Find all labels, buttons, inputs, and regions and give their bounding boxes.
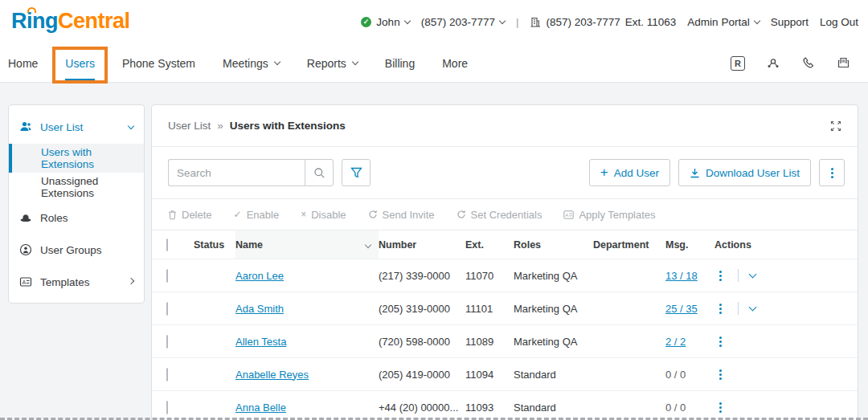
user-name-link[interactable]: Anabelle Reyes bbox=[235, 369, 309, 381]
user-number: +44 (20) 00000... bbox=[379, 402, 465, 414]
user-roles: Standard bbox=[514, 369, 593, 381]
apply-templates-action[interactable]: A Apply Templates bbox=[563, 209, 655, 221]
company-number: (857) 203-7777 Ext. 11063 bbox=[530, 16, 676, 28]
user-name: John bbox=[376, 16, 399, 28]
sidebar-label-unassigned-extensions: Unassigned Extensions bbox=[41, 175, 144, 199]
bulk-actions-toolbar: Delete ✓ Enable × Disable Send Invite Se… bbox=[152, 198, 858, 230]
user-number: (205) 319-0000 bbox=[379, 303, 465, 315]
user-name-link[interactable]: Ada Smith bbox=[235, 303, 284, 315]
templates-icon: A bbox=[19, 275, 32, 288]
set-credentials-action[interactable]: Set Credentials bbox=[457, 209, 542, 221]
nav-phone-system[interactable]: Phone System bbox=[122, 57, 195, 70]
ringcentral-app-icon[interactable]: R bbox=[731, 56, 745, 71]
user-number: (205) 419-0000 bbox=[379, 369, 465, 381]
trash-icon bbox=[168, 210, 177, 220]
user-ext: 11089 bbox=[465, 336, 514, 348]
msg-count-link[interactable]: 25 / 35 bbox=[665, 303, 698, 315]
user-ext: 11094 bbox=[465, 369, 514, 381]
disable-action[interactable]: × Disable bbox=[301, 209, 346, 221]
admin-portal-label: Admin Portal bbox=[687, 16, 749, 28]
nav-reports[interactable]: Reports bbox=[307, 57, 358, 70]
filter-button[interactable] bbox=[342, 159, 371, 186]
user-ext: 11101 bbox=[465, 303, 514, 315]
search-input[interactable] bbox=[168, 159, 305, 186]
download-user-list-button[interactable]: Download User List bbox=[678, 159, 811, 186]
sidebar-item-user-list[interactable]: User List bbox=[9, 110, 144, 144]
account-bar: John (857) 203-7777 | (857) 203-7777 Ext… bbox=[361, 0, 858, 44]
direct-number: (857) 203-7777 bbox=[421, 16, 495, 28]
sidebar-item-unassigned-extensions[interactable]: Unassigned Extensions bbox=[9, 173, 144, 202]
row-expand-chevron-icon[interactable] bbox=[749, 304, 757, 312]
msg-count-link[interactable]: 13 / 18 bbox=[665, 270, 698, 282]
table-header: Status Name Number Ext. Roles Department… bbox=[152, 230, 858, 259]
breadcrumb-parent[interactable]: User List bbox=[168, 120, 211, 132]
user-menu[interactable]: John bbox=[361, 16, 409, 28]
nav-billing[interactable]: Billing bbox=[385, 57, 415, 70]
network-icon[interactable] bbox=[766, 56, 780, 71]
nav-more[interactable]: More bbox=[442, 57, 468, 70]
row-kebab-icon[interactable] bbox=[719, 340, 722, 343]
user-name-link[interactable]: Aaron Lee bbox=[235, 270, 284, 282]
send-invite-action[interactable]: Send Invite bbox=[368, 209, 435, 221]
user-name-link[interactable]: Allen Testa bbox=[235, 336, 286, 348]
add-user-button[interactable]: + Add User bbox=[589, 159, 670, 186]
table-row: Allen Testa (720) 598-0000 11089 Marketi… bbox=[152, 324, 858, 357]
user-ext: 11093 bbox=[465, 402, 514, 414]
row-kebab-icon[interactable] bbox=[719, 275, 722, 277]
top-header: RingCentral John (857) 203-7777 | (857) … bbox=[0, 0, 868, 44]
actions-separator bbox=[738, 269, 739, 282]
user-number: (720) 598-0000 bbox=[379, 336, 465, 348]
logout-link[interactable]: Log Out bbox=[820, 16, 858, 28]
table-row: Anna Belle +44 (20) 00000... 11093 Stand… bbox=[152, 390, 858, 420]
row-kebab-icon[interactable] bbox=[719, 308, 722, 310]
sidebar-label-templates: Templates bbox=[40, 276, 90, 288]
panel-action-buttons: + Add User Download User List bbox=[589, 159, 845, 186]
controls-row: + Add User Download User List bbox=[152, 147, 858, 198]
support-link[interactable]: Support bbox=[771, 16, 809, 28]
col-department: Department bbox=[593, 239, 665, 251]
svg-text:A: A bbox=[566, 213, 569, 218]
more-options-button[interactable] bbox=[819, 159, 845, 186]
company-number-value: (857) 203-7777 bbox=[546, 16, 620, 28]
expand-button[interactable] bbox=[830, 120, 841, 132]
row-checkbox[interactable] bbox=[166, 368, 168, 381]
select-all-checkbox[interactable] bbox=[166, 239, 168, 251]
table-row: Anabelle Reyes (205) 419-0000 11094 Stan… bbox=[152, 357, 858, 390]
chevron-down-icon bbox=[403, 18, 410, 24]
search-button[interactable] bbox=[305, 159, 334, 186]
template-icon: A bbox=[563, 210, 574, 219]
col-ext: Ext. bbox=[465, 239, 514, 251]
search-group bbox=[168, 159, 334, 186]
building-icon bbox=[530, 16, 541, 28]
sidebar-item-roles[interactable]: Roles bbox=[9, 202, 144, 234]
col-status: Status bbox=[194, 239, 235, 251]
nav-meetings[interactable]: Meetings bbox=[223, 57, 280, 70]
roles-hat-icon bbox=[19, 211, 32, 224]
chevron-down-icon bbox=[753, 18, 760, 24]
row-checkbox[interactable] bbox=[166, 302, 168, 316]
row-kebab-icon[interactable] bbox=[719, 373, 722, 376]
row-kebab-icon[interactable] bbox=[719, 406, 722, 409]
sidebar-item-users-with-extensions[interactable]: Users with Extensions bbox=[9, 144, 144, 173]
row-checkbox[interactable] bbox=[166, 335, 168, 349]
plus-icon: + bbox=[600, 165, 608, 179]
row-expand-chevron-icon[interactable] bbox=[749, 271, 757, 279]
nav-users[interactable]: Users bbox=[65, 57, 95, 70]
sidebar-item-user-groups[interactable]: User Groups bbox=[9, 234, 144, 266]
admin-portal-menu[interactable]: Admin Portal bbox=[687, 16, 759, 28]
direct-number-menu[interactable]: (857) 203-7777 bbox=[421, 16, 505, 28]
sidebar-label-user-list: User List bbox=[40, 121, 83, 133]
sidebar-item-templates[interactable]: A Templates bbox=[9, 266, 144, 298]
col-name[interactable]: Name bbox=[235, 230, 379, 259]
user-name-link[interactable]: Anna Belle bbox=[235, 402, 286, 414]
row-checkbox[interactable] bbox=[166, 401, 168, 414]
nav-quick-icons: R bbox=[731, 56, 868, 71]
msg-count-link[interactable]: 2 / 2 bbox=[665, 336, 686, 348]
row-checkbox[interactable] bbox=[166, 269, 168, 283]
ringcentral-logo: RingCentral bbox=[11, 10, 130, 32]
delete-action[interactable]: Delete bbox=[168, 209, 212, 221]
enable-action[interactable]: ✓ Enable bbox=[234, 209, 280, 221]
nav-home[interactable]: Home bbox=[8, 57, 38, 70]
fax-icon[interactable] bbox=[837, 56, 850, 70]
phone-icon[interactable] bbox=[801, 56, 816, 71]
